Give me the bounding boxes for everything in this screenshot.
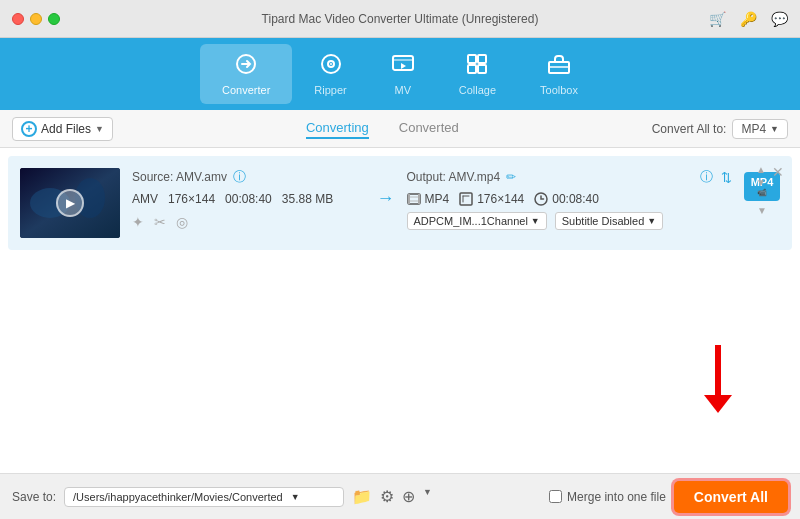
file-size: 35.88 MB — [282, 192, 333, 206]
file-duration: 00:08:40 — [225, 192, 272, 206]
output-info: Output: AMV.mp4 ✏ ⓘ ⇅ M — [407, 168, 733, 230]
sort-icon[interactable]: ⇅ — [721, 170, 732, 185]
svg-rect-7 — [468, 65, 476, 73]
nav-item-toolbox[interactable]: Toolbox — [518, 44, 600, 104]
output-header: Output: AMV.mp4 ✏ ⓘ ⇅ — [407, 168, 733, 186]
file-actions: ✦ ✂ ◎ — [132, 214, 365, 230]
save-to-label: Save to: — [12, 490, 56, 504]
file-info: Source: AMV.amv ⓘ AMV 176×144 00:08:40 3… — [132, 168, 365, 230]
file-resolution: 176×144 — [168, 192, 215, 206]
svg-rect-6 — [478, 55, 486, 63]
format-value: MP4 — [741, 122, 766, 136]
output-meta: MP4 176×144 00:08:40 — [407, 192, 733, 206]
minimize-button[interactable] — [30, 13, 42, 25]
converter-icon — [234, 52, 258, 80]
close-button[interactable] — [12, 13, 24, 25]
merge-checkbox[interactable]: Merge into one file — [549, 490, 666, 504]
add-files-button[interactable]: + Add Files ▼ — [12, 117, 113, 141]
wand-icon[interactable]: ✦ — [132, 214, 144, 230]
nav-label-toolbox: Toolbox — [540, 84, 578, 96]
add-files-label: Add Files — [41, 122, 91, 136]
output-info-icon[interactable]: ⓘ — [700, 168, 713, 186]
file-row: ▶ Source: AMV.amv ⓘ AMV 176×144 00:08:40… — [8, 156, 792, 250]
scroll-up-arrow[interactable]: ▲ — [756, 164, 766, 175]
format-badge-icon: 📹 — [750, 188, 774, 197]
nav-label-converter: Converter — [222, 84, 270, 96]
nav-item-mv[interactable]: MV — [369, 44, 437, 104]
save-path-dropdown[interactable]: /Users/ihappyacethinker/Movies/Converted… — [64, 487, 344, 507]
title-bar: Tipard Mac Video Converter Ultimate (Unr… — [0, 0, 800, 38]
cart-icon[interactable]: 🛒 — [709, 11, 726, 27]
file-meta: AMV 176×144 00:08:40 35.88 MB — [132, 192, 365, 206]
format-selector[interactable]: MP4 ▼ — [732, 119, 788, 139]
bottom-bar: Save to: /Users/ihappyacethinker/Movies/… — [0, 473, 800, 519]
format-badge-chevron[interactable]: ▼ — [757, 205, 767, 216]
key-icon[interactable]: 🔑 — [740, 11, 757, 27]
folder-icon[interactable]: 📁 — [352, 487, 372, 506]
output-format-item: MP4 — [407, 192, 450, 206]
arrow-separator: → — [377, 168, 395, 209]
traffic-lights — [12, 13, 60, 25]
nav-item-collage[interactable]: Collage — [437, 44, 518, 104]
file-source: Source: AMV.amv ⓘ — [132, 168, 365, 186]
effect-icon[interactable]: ◎ — [176, 214, 188, 230]
scroll-arrows: ▲ ▼ — [756, 164, 766, 188]
nav-item-converter[interactable]: Converter — [200, 44, 292, 104]
merge-checkbox-input[interactable] — [549, 490, 562, 503]
svg-rect-15 — [408, 194, 410, 204]
tab-converted[interactable]: Converted — [399, 118, 459, 139]
merge-label: Merge into one file — [567, 490, 666, 504]
scroll-down-arrow[interactable]: ▼ — [756, 177, 766, 188]
add-files-chevron[interactable]: ▼ — [95, 124, 104, 134]
play-button[interactable]: ▶ — [56, 189, 84, 217]
audio-chevron: ▼ — [531, 216, 540, 226]
file-format: AMV — [132, 192, 158, 206]
film-icon — [407, 192, 421, 206]
subtitle-dropdown-value: Subtitle Disabled — [562, 215, 645, 227]
tab-converting[interactable]: Converting — [306, 118, 369, 139]
nav-label-ripper: Ripper — [314, 84, 346, 96]
nav-label-mv: MV — [394, 84, 411, 96]
save-path-value: /Users/ihappyacethinker/Movies/Converted — [73, 491, 283, 503]
ripper-icon — [319, 52, 343, 80]
output-resolution: 176×144 — [477, 192, 524, 206]
nav-bar: Converter Ripper MV — [0, 38, 800, 110]
convert-all-button[interactable]: Convert All — [674, 481, 788, 513]
window-title: Tipard Mac Video Converter Ultimate (Unr… — [262, 12, 539, 26]
save-path-chevron: ▼ — [291, 492, 300, 502]
edit-icon[interactable]: ✏ — [506, 170, 516, 184]
cut-icon[interactable]: ✂ — [154, 214, 166, 230]
output-label: Output: AMV.mp4 — [407, 170, 501, 184]
svg-rect-16 — [418, 194, 420, 204]
svg-rect-4 — [393, 56, 413, 70]
arrow-head — [704, 395, 732, 413]
settings-icon[interactable]: ⚙ — [380, 487, 394, 506]
subtitle-dropdown[interactable]: Subtitle Disabled ▼ — [555, 212, 663, 230]
message-icon[interactable]: 💬 — [771, 11, 788, 27]
audio-dropdown[interactable]: ADPCM_IM...1Channel ▼ — [407, 212, 547, 230]
mv-icon — [391, 52, 415, 80]
nav-item-ripper[interactable]: Ripper — [292, 44, 368, 104]
close-row-button[interactable]: ✕ — [772, 164, 784, 180]
main-content: ▶ Source: AMV.amv ⓘ AMV 176×144 00:08:40… — [0, 148, 800, 473]
arrow-shaft — [715, 345, 721, 395]
convert-all-label: Convert All to: — [652, 122, 727, 136]
resize-icon — [459, 192, 473, 206]
convert-all-to: Convert All to: MP4 ▼ — [652, 119, 788, 139]
info-icon[interactable]: ⓘ — [233, 168, 246, 186]
svg-rect-19 — [460, 193, 472, 205]
source-label: Source: AMV.amv — [132, 170, 227, 184]
options-icon[interactable]: ⊕ — [402, 487, 415, 506]
maximize-button[interactable] — [48, 13, 60, 25]
bottom-icons: 📁 ⚙ ⊕ ▼ — [352, 487, 432, 506]
collage-icon — [465, 52, 489, 80]
toolbar-tabs: Converting Converted — [113, 118, 652, 139]
options-chevron[interactable]: ▼ — [423, 487, 432, 506]
title-bar-icons: 🛒 🔑 💬 — [709, 11, 788, 27]
video-thumbnail[interactable]: ▶ — [20, 168, 120, 238]
output-res-item: 176×144 — [459, 192, 524, 206]
output-header-left: Output: AMV.mp4 ✏ — [407, 170, 517, 184]
svg-point-3 — [330, 63, 332, 65]
format-chevron: ▼ — [770, 124, 779, 134]
subtitle-chevron: ▼ — [647, 216, 656, 226]
